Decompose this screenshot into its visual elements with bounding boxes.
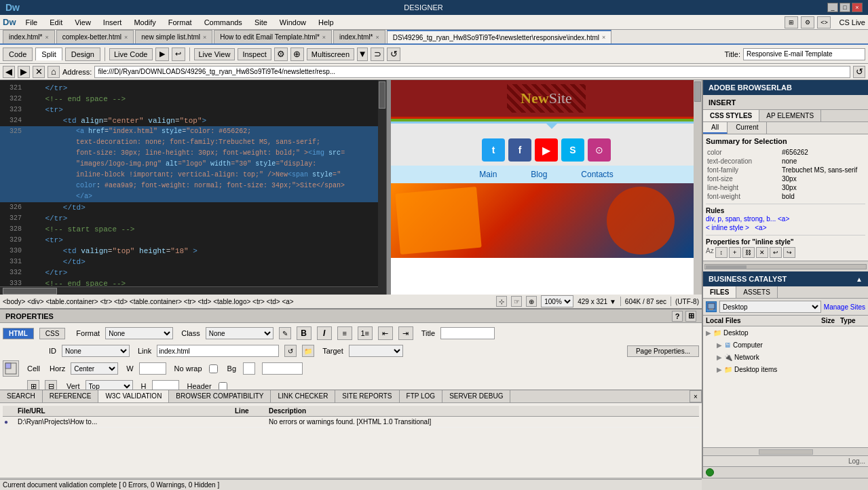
tab-active-file[interactable]: DS\49296_tg_ryan_Hw8So9Ti9Te4\newsletter…: [387, 30, 612, 43]
hscrollbar-thumb[interactable]: [3, 288, 57, 295]
link-cycle-button[interactable]: ↺: [284, 345, 297, 357]
menu-commands[interactable]: Commands: [199, 17, 248, 28]
inspect-button[interactable]: Inspect: [238, 48, 271, 60]
target-select[interactable]: [349, 345, 403, 357]
settings-icon[interactable]: ⚙: [274, 48, 288, 61]
class-edit-button[interactable]: ✎: [279, 327, 291, 339]
code-editor[interactable]: 321 </tr> 322 <!-- end space --> 323 <tr…: [0, 80, 386, 286]
rule-link1[interactable]: div, p, span, strong, b... <a>: [706, 215, 789, 223]
code-hscrollbar[interactable]: [0, 286, 386, 295]
nav-contacts-link[interactable]: Contacts: [581, 170, 613, 179]
horz-select[interactable]: Center Left Right: [71, 362, 118, 375]
business-catalyst-expand-icon[interactable]: ▲: [856, 276, 863, 283]
preview-scroll-thumb[interactable]: [694, 81, 701, 102]
page-title-input[interactable]: [743, 48, 865, 60]
assets-tab[interactable]: ASSETS: [736, 286, 777, 298]
twitter-button[interactable]: t: [482, 138, 505, 162]
current-subtab[interactable]: Current: [728, 122, 767, 134]
manage-sites-link[interactable]: Manage Sites: [824, 303, 865, 311]
id-select[interactable]: None: [62, 345, 130, 357]
width-input[interactable]: [139, 362, 166, 375]
zoom-select[interactable]: 100% 75% 150%: [541, 295, 573, 307]
preview-icon[interactable]: ⊃: [371, 48, 384, 61]
nav-blog-link[interactable]: Blog: [531, 170, 547, 179]
cursor-icon[interactable]: ⊹: [496, 296, 507, 307]
format-select[interactable]: None: [105, 327, 173, 339]
minimize-button[interactable]: _: [827, 3, 838, 12]
code-scrollbar[interactable]: [378, 80, 386, 295]
home-button[interactable]: ⌂: [48, 66, 60, 78]
right-panel-scrollbar[interactable]: [703, 447, 868, 455]
link-prop-button[interactable]: ⛓: [742, 247, 755, 258]
tab-email-template[interactable]: How to edit Email Template.html* ×: [214, 30, 332, 43]
css-button[interactable]: CSS: [39, 328, 66, 339]
preview-scrollbar[interactable]: [694, 80, 702, 295]
multiscreen-button[interactable]: Multiscreen: [307, 48, 354, 60]
live-code-button[interactable]: Live Code: [109, 48, 153, 60]
panel-close-icon[interactable]: ×: [690, 390, 702, 402]
link-browse-button[interactable]: 📁: [302, 345, 314, 357]
tab-close-icon[interactable]: ×: [602, 34, 605, 41]
tab-index2[interactable]: index.html* ×: [333, 30, 385, 43]
toggle-sort-button[interactable]: ↕: [715, 247, 728, 258]
menu-file[interactable]: File: [20, 17, 43, 28]
page-properties-button[interactable]: Page Properties...: [627, 345, 699, 357]
delete-prop-button[interactable]: ✕: [756, 247, 768, 258]
skype-button[interactable]: S: [561, 138, 584, 162]
right-scrollbar-thumb[interactable]: [759, 449, 813, 455]
list-ordered-button[interactable]: 1≡: [358, 326, 373, 340]
menu-help[interactable]: Help: [313, 17, 339, 28]
new-prop-button[interactable]: +: [729, 247, 741, 258]
forward-button[interactable]: ▶: [18, 66, 30, 78]
menu-format[interactable]: Format: [163, 17, 197, 28]
reload-icon[interactable]: ↺: [387, 48, 400, 61]
scrollbar-thumb[interactable]: [379, 81, 385, 109]
nav-main-link[interactable]: Main: [479, 170, 497, 179]
globe-icon[interactable]: ⊕: [290, 48, 304, 61]
close-button[interactable]: ×: [852, 3, 863, 12]
title-input[interactable]: [440, 327, 495, 339]
desktop-select[interactable]: Desktop: [719, 301, 821, 313]
no-wrap-checkbox[interactable]: [209, 364, 218, 373]
refresh-button[interactable]: ↩: [172, 48, 185, 61]
address-input[interactable]: [94, 66, 850, 78]
browser-compat-tab[interactable]: BROWSER COMPATIBILITY: [169, 390, 271, 402]
menu-modify[interactable]: Modify: [128, 17, 161, 28]
rule-link2[interactable]: < inline style > <a>: [706, 224, 767, 231]
tab-close-icon[interactable]: ×: [376, 34, 379, 41]
menu-insert[interactable]: Insert: [98, 17, 128, 28]
undo-prop-button[interactable]: ↩: [770, 247, 782, 258]
file-item-desktop-items[interactable]: ▶ 📁 Desktop items: [703, 363, 868, 375]
class-select[interactable]: None: [206, 327, 273, 339]
tab-close-icon[interactable]: ×: [124, 34, 128, 41]
youtube-button[interactable]: ▶: [535, 138, 558, 162]
tab-list[interactable]: new simple list.html ×: [135, 30, 212, 43]
file-item-computer[interactable]: ▶ 🖥 Computer: [703, 339, 868, 351]
hand-icon[interactable]: ☞: [511, 296, 522, 307]
menu-edit[interactable]: Edit: [44, 17, 68, 28]
html-button[interactable]: HTML: [3, 328, 34, 339]
properties-link-icon[interactable]: ⊞: [685, 311, 696, 322]
stop-button[interactable]: ✕: [33, 66, 45, 78]
refresh-address-icon[interactable]: ↺: [853, 66, 865, 78]
bg-color-swatch[interactable]: [243, 362, 255, 375]
site-reports-tab[interactable]: SITE REPORTS: [335, 390, 399, 402]
log-icon[interactable]: Log...: [848, 457, 865, 465]
w3c-validation-tab[interactable]: W3C VALIDATION: [98, 390, 169, 402]
italic-button[interactable]: I: [317, 326, 332, 340]
zoom-icon[interactable]: ⊕: [526, 296, 537, 307]
list-unordered-button[interactable]: ≡: [337, 326, 352, 340]
multiscreen-dropdown[interactable]: ▼: [357, 48, 368, 61]
design-mode-button[interactable]: Design: [65, 48, 100, 61]
split-mode-button[interactable]: Split: [35, 48, 62, 60]
menu-window[interactable]: Window: [274, 17, 312, 28]
bold-button[interactable]: B: [297, 326, 312, 340]
run-button[interactable]: ▶: [155, 48, 169, 61]
tab-close-icon[interactable]: ×: [45, 34, 48, 41]
toolbar-settings-icon[interactable]: ⚙: [801, 16, 814, 29]
server-debug-tab[interactable]: SERVER DEBUG: [442, 390, 510, 402]
maximize-button[interactable]: □: [839, 3, 850, 12]
file-item-network[interactable]: ▶ 🔌 Network: [703, 351, 868, 363]
search-tab[interactable]: SEARCH: [0, 390, 43, 402]
code-mode-button[interactable]: Code: [3, 48, 33, 61]
